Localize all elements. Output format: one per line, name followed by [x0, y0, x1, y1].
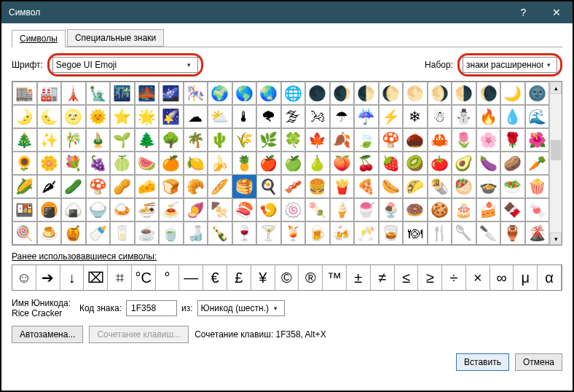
symbol-cell[interactable]: 🍤 [256, 198, 281, 222]
symbol-cell[interactable]: 🍮 [37, 222, 62, 245]
symbol-cell[interactable]: 🌫 [281, 105, 306, 128]
symbol-cell[interactable]: 🌺 [525, 128, 550, 152]
symbol-cell[interactable]: ✨ [37, 128, 62, 152]
recent-cell[interactable]: ® [299, 265, 323, 290]
tab-symbols[interactable]: Символы [12, 30, 66, 47]
symbol-cell[interactable]: 🍝 [159, 198, 184, 222]
symbol-cell[interactable]: 🍸 [256, 222, 281, 245]
symbol-cell[interactable]: 🎍 [86, 128, 111, 152]
symbol-cell[interactable]: 🥑 [452, 152, 476, 175]
symbol-cell[interactable]: 🌪 [256, 105, 281, 128]
set-select[interactable]: знаки расширенного ▾ [463, 57, 557, 73]
symbol-cell[interactable]: 🍳 [256, 175, 281, 198]
symbol-cell[interactable]: 🌯 [428, 175, 452, 198]
recent-cell[interactable]: ° [156, 265, 180, 290]
symbol-cell[interactable]: 🌊 [525, 105, 550, 128]
symbol-cell[interactable]: 🥂 [354, 222, 379, 245]
recent-cell[interactable]: °C [132, 265, 156, 290]
symbol-cell[interactable]: 🥝 [403, 152, 428, 175]
recent-cell[interactable]: ≥ [418, 265, 442, 290]
symbol-cell[interactable]: 🍢 [208, 198, 232, 222]
symbol-cell[interactable]: 🥖 [208, 175, 232, 198]
cancel-button[interactable]: Отмена [515, 353, 562, 371]
symbol-cell[interactable]: 🍉 [135, 152, 160, 175]
symbol-cell[interactable]: 🍬 [525, 198, 550, 222]
symbol-cell[interactable]: 🍧 [354, 198, 379, 222]
symbol-cell[interactable]: 🍚 [86, 198, 111, 222]
symbol-cell[interactable]: 🌎 [232, 82, 257, 105]
symbol-cell[interactable]: 🍐 [305, 152, 330, 175]
symbol-cell[interactable]: 🌷 [452, 128, 476, 152]
symbol-cell[interactable]: 🍃 [354, 128, 379, 152]
symbol-cell[interactable]: 🍩 [403, 198, 428, 222]
symbol-cell[interactable]: 🍽 [403, 222, 428, 245]
symbol-cell[interactable]: 🍶 [184, 222, 208, 245]
recent-cell[interactable]: ∞ [490, 265, 514, 290]
symbol-cell[interactable]: ☁ [184, 105, 208, 128]
symbol-cell[interactable]: 🍦 [330, 198, 355, 222]
symbol-cell[interactable]: 🍘 [37, 198, 62, 222]
symbol-cell[interactable]: ☕ [135, 222, 160, 245]
symbol-cell[interactable]: 🌑 [305, 82, 330, 105]
symbol-cell[interactable]: 🥛 [110, 222, 135, 245]
recent-cell[interactable]: ↓ [60, 265, 84, 290]
symbol-cell[interactable]: 🌍 [208, 82, 232, 105]
symbol-cell[interactable]: ⛄ [452, 105, 476, 128]
symbol-cell[interactable]: 🌜 [37, 105, 62, 128]
symbol-cell[interactable]: 🌚 [525, 82, 550, 105]
symbol-cell[interactable]: 💐 [61, 152, 86, 175]
scroll-thumb[interactable] [551, 140, 561, 160]
symbol-cell[interactable]: 🍲 [476, 175, 501, 198]
symbol-cell[interactable]: 🍰 [476, 198, 501, 222]
symbol-cell[interactable]: 🍥 [281, 198, 306, 222]
symbol-cell[interactable]: 🌼 [37, 152, 62, 175]
symbol-cell[interactable]: 🍯 [61, 222, 86, 245]
symbol-cell[interactable]: 🌞 [86, 105, 111, 128]
symbol-cell[interactable]: 🍂 [330, 128, 355, 152]
symbol-cell[interactable]: 🌙 [500, 82, 525, 105]
symbol-cell[interactable]: 🍜 [135, 198, 160, 222]
symbol-cell[interactable]: 🥓 [281, 175, 306, 198]
recent-cell[interactable]: ÷ [442, 265, 466, 290]
symbol-cell[interactable]: 🍴 [428, 222, 452, 245]
symbol-cell[interactable]: 🌗 [452, 82, 476, 105]
symbol-cell[interactable]: 🌲 [135, 128, 160, 152]
recent-cell[interactable]: α [538, 265, 562, 290]
symbol-cell[interactable]: 🌌 [159, 82, 184, 105]
recent-cell[interactable]: ⌧ [84, 265, 108, 290]
autocorrect-button[interactable]: Автозамена... [12, 326, 83, 343]
symbol-cell[interactable]: 🍁 [305, 128, 330, 152]
symbol-cell[interactable]: 🍺 [305, 222, 330, 245]
symbol-cell[interactable]: 🍠 [184, 198, 208, 222]
symbol-cell[interactable]: 🗼 [61, 82, 86, 105]
symbol-cell[interactable]: 🍈 [110, 152, 135, 175]
symbol-cell[interactable]: ⭐ [110, 105, 135, 128]
symbol-cell[interactable]: 🥜 [110, 175, 135, 198]
symbol-cell[interactable]: 🎂 [452, 198, 476, 222]
symbol-cell[interactable]: 🥒 [61, 175, 86, 198]
symbol-cell[interactable]: 🍣 [232, 198, 257, 222]
symbol-cell[interactable]: 🌕 [403, 82, 428, 105]
symbol-cell[interactable]: 🌾 [232, 128, 257, 152]
symbol-cell[interactable]: 🍹 [281, 222, 306, 245]
symbol-cell[interactable]: 🌮 [403, 175, 428, 198]
symbol-cell[interactable]: 🥐 [184, 175, 208, 198]
symbol-cell[interactable]: 🍅 [428, 152, 452, 175]
insert-button[interactable]: Вставить [456, 353, 509, 371]
symbol-cell[interactable]: 🌸 [476, 128, 501, 152]
symbol-cell[interactable]: 🥕 [525, 152, 550, 175]
symbol-cell[interactable]: 🍙 [61, 198, 86, 222]
symbol-cell[interactable]: 🏬 [12, 82, 37, 105]
symbol-cell[interactable]: 🏭 [37, 82, 62, 105]
symbol-cell[interactable]: 🍌 [208, 152, 232, 175]
symbol-cell[interactable]: 🌡 [232, 105, 257, 128]
symbol-cell[interactable]: 🍋 [184, 152, 208, 175]
font-select[interactable]: Segoe UI Emoji ▾ [52, 57, 198, 73]
symbol-cell[interactable]: 🍍 [232, 152, 257, 175]
symbol-cell[interactable]: 🍵 [159, 222, 184, 245]
symbol-cell[interactable]: 🍻 [330, 222, 355, 245]
symbol-cell[interactable]: 🌐 [281, 82, 306, 105]
recent-cell[interactable]: ➔ [36, 265, 60, 290]
symbol-cell[interactable]: 🌖 [428, 82, 452, 105]
symbol-cell[interactable]: 🌹 [500, 128, 525, 152]
